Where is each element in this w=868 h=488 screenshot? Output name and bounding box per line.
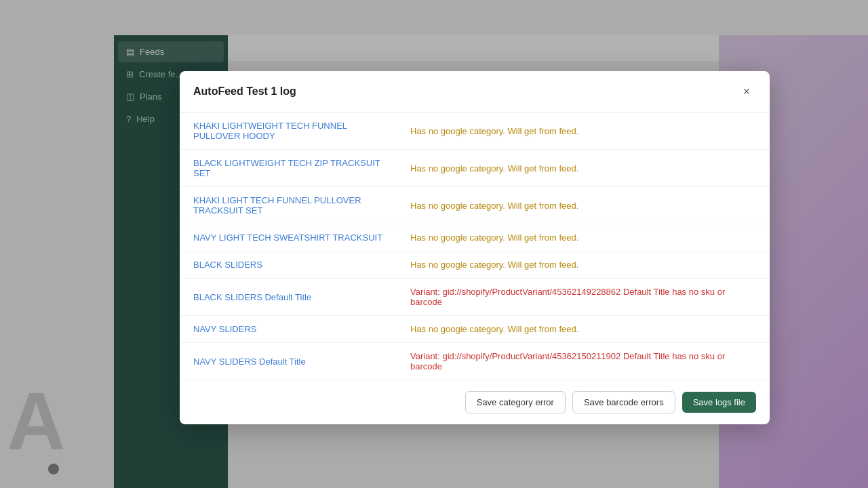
product-link[interactable]: NAVY SLIDERS Default Title — [180, 343, 397, 380]
log-message: Variant: gid://shopify/ProductVariant/45… — [397, 279, 770, 316]
product-link[interactable]: NAVY LIGHT TECH SWEATSHIRT TRACKSUIT — [180, 224, 397, 251]
modal-title: AutoFeed Test 1 log — [193, 85, 296, 98]
log-message: Has no google category. Will get from fe… — [397, 150, 770, 187]
product-link[interactable]: KHAKI LIGHTWEIGHT TECH FUNNEL PULLOVER H… — [180, 113, 397, 150]
table-row: BLACK SLIDERS Default TitleVariant: gid:… — [180, 279, 770, 316]
product-link[interactable]: BLACK SLIDERS — [180, 251, 397, 279]
save-barcode-errors-button[interactable]: Save barcode errors — [572, 391, 675, 413]
product-link[interactable]: BLACK LIGHTWEIGHT TECH ZIP TRACKSUIT SET — [180, 150, 397, 187]
table-row: NAVY SLIDERSHas no google category. Will… — [180, 316, 770, 343]
table-row: NAVY SLIDERS Default TitleVariant: gid:/… — [180, 343, 770, 380]
product-link[interactable]: BLACK SLIDERS Default Title — [180, 279, 397, 316]
table-row: BLACK SLIDERSHas no google category. Wil… — [180, 251, 770, 279]
log-message: Has no google category. Will get from fe… — [397, 251, 770, 279]
table-row: KHAKI LIGHT TECH FUNNEL PULLOVER TRACKSU… — [180, 187, 770, 224]
table-row: BLACK LIGHTWEIGHT TECH ZIP TRACKSUIT SET… — [180, 150, 770, 187]
modal-header: AutoFeed Test 1 log × — [180, 71, 770, 113]
log-table: KHAKI LIGHTWEIGHT TECH FUNNEL PULLOVER H… — [180, 113, 770, 380]
table-row: NAVY LIGHT TECH SWEATSHIRT TRACKSUITHas … — [180, 224, 770, 251]
log-message: Variant: gid://shopify/ProductVariant/45… — [397, 343, 770, 380]
log-message: Has no google category. Will get from fe… — [397, 113, 770, 150]
save-logs-file-button[interactable]: Save logs file — [682, 392, 756, 413]
product-link[interactable]: NAVY SLIDERS — [180, 316, 397, 343]
log-message: Has no google category. Will get from fe… — [397, 316, 770, 343]
log-message: Has no google category. Will get from fe… — [397, 224, 770, 251]
modal-close-button[interactable]: × — [737, 82, 756, 101]
product-link[interactable]: KHAKI LIGHT TECH FUNNEL PULLOVER TRACKSU… — [180, 187, 397, 224]
log-modal: AutoFeed Test 1 log × KHAKI LIGHTWEIGHT … — [180, 71, 770, 424]
table-row: KHAKI LIGHTWEIGHT TECH FUNNEL PULLOVER H… — [180, 113, 770, 150]
save-category-error-button[interactable]: Save category error — [465, 391, 566, 413]
log-message: Has no google category. Will get from fe… — [397, 187, 770, 224]
modal-body: KHAKI LIGHTWEIGHT TECH FUNNEL PULLOVER H… — [180, 113, 770, 380]
modal-footer: Save category error Save barcode errors … — [180, 380, 770, 424]
